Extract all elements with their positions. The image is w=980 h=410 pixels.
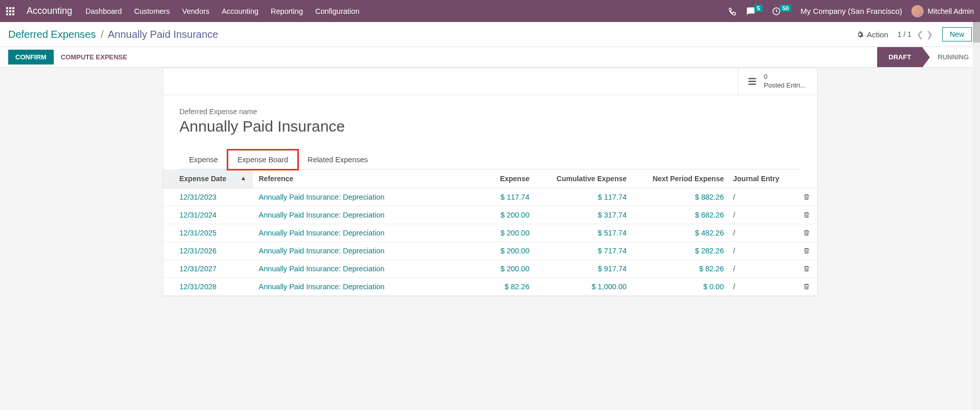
user-name: Mitchell Admin bbox=[928, 7, 974, 15]
col-expense-date[interactable]: Expense Date ▲ bbox=[163, 169, 253, 188]
table-row[interactable]: 12/31/2025 Annually Paid Insurance: Depr… bbox=[163, 224, 817, 242]
status-running[interactable]: RUNNING bbox=[922, 47, 980, 67]
stat-count: 0 bbox=[764, 73, 806, 81]
nav-configuration[interactable]: Configuration bbox=[315, 7, 359, 15]
avatar bbox=[911, 5, 924, 17]
trash-icon bbox=[803, 229, 810, 236]
pager-next-icon[interactable]: ❯ bbox=[926, 30, 933, 39]
table-row[interactable]: 12/31/2024 Annually Paid Insurance: Depr… bbox=[163, 206, 817, 224]
cell-date[interactable]: 12/31/2025 bbox=[163, 224, 253, 242]
cell-cumulative[interactable]: $ 117.74 bbox=[536, 188, 633, 206]
cell-expense[interactable]: $ 117.74 bbox=[464, 188, 536, 206]
cell-date[interactable]: 12/31/2026 bbox=[163, 242, 253, 260]
cell-cumulative[interactable]: $ 317.74 bbox=[536, 206, 633, 224]
trash-icon bbox=[803, 265, 810, 272]
cell-reference[interactable]: Annually Paid Insurance: Depreciation bbox=[253, 242, 464, 260]
cell-cumulative[interactable]: $ 1,000.00 bbox=[536, 278, 633, 296]
col-journal-entry[interactable]: Journal Entry bbox=[730, 169, 797, 188]
app-title[interactable]: Accounting bbox=[27, 6, 72, 16]
cell-expense[interactable]: $ 200.00 bbox=[464, 260, 536, 278]
cell-reference[interactable]: Annually Paid Insurance: Depreciation bbox=[253, 224, 464, 242]
cell-next[interactable]: $ 482.26 bbox=[633, 224, 730, 242]
expense-board-table: Expense Date ▲ Reference Expense Cumulat… bbox=[163, 169, 817, 296]
cell-date[interactable]: 12/31/2024 bbox=[163, 206, 253, 224]
cell-cumulative[interactable]: $ 517.74 bbox=[536, 224, 633, 242]
posted-entries-button[interactable]: 0 Posted Entri... bbox=[738, 68, 817, 95]
stat-label: Posted Entri... bbox=[764, 81, 806, 90]
scrollbar[interactable]: ▲ bbox=[973, 22, 980, 296]
nav-vendors[interactable]: Vendors bbox=[182, 7, 209, 15]
delete-row-button[interactable] bbox=[797, 206, 817, 224]
cell-date[interactable]: 12/31/2023 bbox=[163, 188, 253, 206]
trash-icon bbox=[803, 283, 810, 290]
cell-next[interactable]: $ 82.26 bbox=[633, 260, 730, 278]
cell-reference[interactable]: Annually Paid Insurance: Depreciation bbox=[253, 206, 464, 224]
cell-date[interactable]: 12/31/2027 bbox=[163, 260, 253, 278]
nav-menu: Dashboard Customers Vendors Accounting R… bbox=[85, 7, 359, 15]
cell-journal[interactable]: / bbox=[730, 278, 797, 296]
cell-journal[interactable]: / bbox=[730, 188, 797, 206]
table-row[interactable]: 12/31/2027 Annually Paid Insurance: Depr… bbox=[163, 260, 817, 278]
tab-expense-board[interactable]: Expense Board bbox=[228, 150, 298, 169]
confirm-button[interactable]: CONFIRM bbox=[8, 50, 54, 64]
table-row[interactable]: 12/31/2023 Annually Paid Insurance: Depr… bbox=[163, 188, 817, 206]
cell-journal[interactable]: / bbox=[730, 206, 797, 224]
action-menu[interactable]: Action bbox=[856, 30, 888, 39]
nav-customers[interactable]: Customers bbox=[134, 7, 170, 15]
tabs: Expense Expense Board Related Expenses bbox=[180, 149, 801, 169]
tab-related-expenses[interactable]: Related Expenses bbox=[298, 150, 378, 169]
pager: 1 / 1 ❮ ❯ bbox=[898, 30, 933, 39]
breadcrumb-root[interactable]: Deferred Expenses bbox=[8, 29, 96, 40]
company-selector[interactable]: My Company (San Francisco) bbox=[800, 7, 902, 15]
nav-dashboard[interactable]: Dashboard bbox=[85, 7, 122, 15]
col-reference[interactable]: Reference bbox=[253, 169, 464, 188]
cell-next[interactable]: $ 882.26 bbox=[633, 188, 730, 206]
cell-expense[interactable]: $ 200.00 bbox=[464, 206, 536, 224]
nav-accounting[interactable]: Accounting bbox=[222, 7, 258, 15]
table-row[interactable]: 12/31/2026 Annually Paid Insurance: Depr… bbox=[163, 242, 817, 260]
cell-next[interactable]: $ 282.26 bbox=[633, 242, 730, 260]
cell-cumulative[interactable]: $ 917.74 bbox=[536, 260, 633, 278]
col-cumulative[interactable]: Cumulative Expense bbox=[536, 169, 633, 188]
cell-expense[interactable]: $ 82.26 bbox=[464, 278, 536, 296]
chat-icon[interactable]: 5 bbox=[746, 7, 763, 16]
top-navbar: Accounting Dashboard Customers Vendors A… bbox=[0, 0, 980, 22]
col-next-period[interactable]: Next Period Expense bbox=[633, 169, 730, 188]
compute-expense-button[interactable]: COMPUTE EXPENSE bbox=[61, 50, 127, 64]
phone-icon[interactable] bbox=[728, 7, 737, 16]
breadcrumb: Deferred Expenses / Annually Paid Insura… bbox=[8, 29, 218, 40]
scroll-thumb[interactable] bbox=[973, 22, 980, 42]
delete-row-button[interactable] bbox=[797, 278, 817, 296]
cell-journal[interactable]: / bbox=[730, 260, 797, 278]
cell-reference[interactable]: Annually Paid Insurance: Depreciation bbox=[253, 278, 464, 296]
trash-icon bbox=[803, 211, 810, 219]
cell-reference[interactable]: Annually Paid Insurance: Depreciation bbox=[253, 260, 464, 278]
pager-count: 1 / 1 bbox=[898, 30, 911, 38]
nav-reporting[interactable]: Reporting bbox=[271, 7, 303, 15]
cell-next[interactable]: $ 682.26 bbox=[633, 206, 730, 224]
delete-row-button[interactable] bbox=[797, 260, 817, 278]
clock-icon[interactable]: 50 bbox=[772, 7, 791, 16]
status-draft[interactable]: DRAFT bbox=[877, 47, 922, 67]
delete-row-button[interactable] bbox=[797, 242, 817, 260]
pager-prev-icon[interactable]: ❮ bbox=[917, 30, 923, 39]
cell-cumulative[interactable]: $ 717.74 bbox=[536, 242, 633, 260]
cell-reference[interactable]: Annually Paid Insurance: Depreciation bbox=[253, 188, 464, 206]
chat-badge: 5 bbox=[754, 5, 763, 12]
cell-next[interactable]: $ 0.00 bbox=[633, 278, 730, 296]
breadcrumb-sep: / bbox=[101, 29, 104, 40]
new-button[interactable]: New bbox=[942, 27, 972, 41]
record-title[interactable]: Annually Paid Insurance bbox=[180, 118, 801, 135]
delete-row-button[interactable] bbox=[797, 224, 817, 242]
table-row[interactable]: 12/31/2028 Annually Paid Insurance: Depr… bbox=[163, 278, 817, 296]
delete-row-button[interactable] bbox=[797, 188, 817, 206]
cell-journal[interactable]: / bbox=[730, 224, 797, 242]
cell-date[interactable]: 12/31/2028 bbox=[163, 278, 253, 296]
col-expense[interactable]: Expense bbox=[464, 169, 536, 188]
cell-expense[interactable]: $ 200.00 bbox=[464, 242, 536, 260]
tab-expense[interactable]: Expense bbox=[180, 150, 228, 169]
apps-icon[interactable] bbox=[6, 7, 14, 15]
cell-expense[interactable]: $ 200.00 bbox=[464, 224, 536, 242]
user-menu[interactable]: Mitchell Admin bbox=[911, 5, 974, 17]
cell-journal[interactable]: / bbox=[730, 242, 797, 260]
